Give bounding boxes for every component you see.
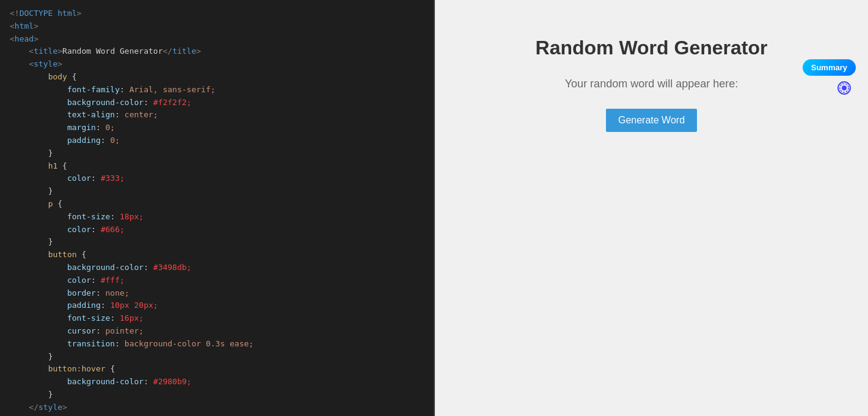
summary-button[interactable]: Summary bbox=[803, 59, 856, 76]
code-content: <!DOCTYPE html> <html> <head> <title>Ran… bbox=[10, 7, 424, 416]
generate-word-button[interactable]: Generate Word bbox=[606, 109, 697, 132]
code-editor[interactable]: <!DOCTYPE html> <html> <head> <title>Ran… bbox=[0, 0, 434, 416]
preview-panel: Summary Random Word Generator Your rando… bbox=[435, 0, 868, 416]
preview-subtitle: Your random word will appear here: bbox=[565, 78, 739, 90]
preview-title: Random Word Generator bbox=[536, 37, 768, 59]
svg-point-1 bbox=[842, 86, 847, 90]
summary-icon bbox=[837, 81, 851, 97]
